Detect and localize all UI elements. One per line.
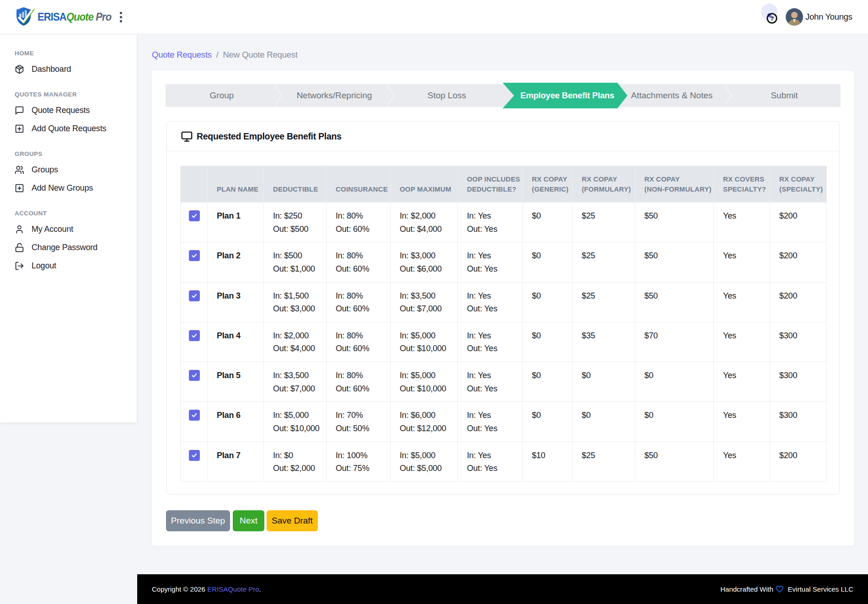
svg-text:?: ? xyxy=(770,15,774,21)
